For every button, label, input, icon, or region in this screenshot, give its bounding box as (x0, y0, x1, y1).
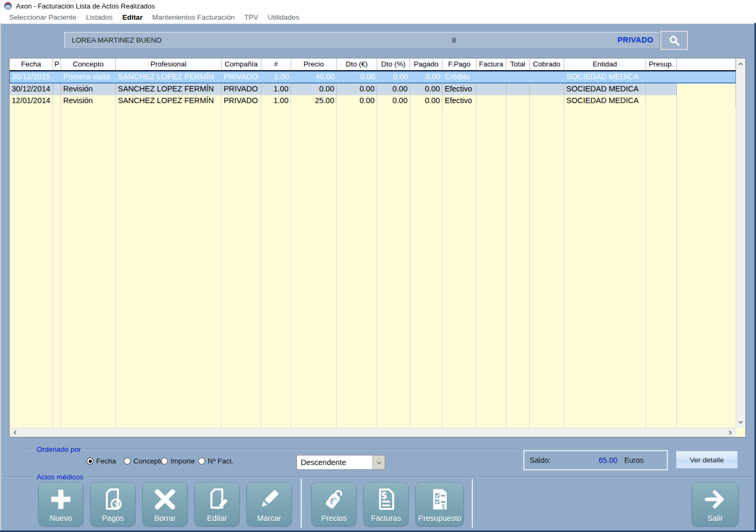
search-icon (667, 33, 681, 47)
sort-option-concepto[interactable]: Concepto (124, 457, 164, 465)
saldo-label: Saldo: (530, 456, 551, 465)
scroll-up-button[interactable] (736, 60, 745, 69)
column-header-total[interactable]: Total (506, 58, 530, 70)
scroll-left-button[interactable] (11, 428, 20, 437)
borrar-button[interactable]: Borrar (142, 483, 188, 526)
ordenado-groupbox-line (27, 449, 518, 450)
patient-field[interactable]: LOREA MARTINEZ BUENO 8 PRIVADO (64, 31, 659, 48)
action-button-label: Precios (321, 514, 346, 522)
column-header-compania[interactable]: Compañía (222, 58, 261, 70)
menu-item-editar[interactable]: Editar (117, 13, 147, 21)
table-cell (477, 71, 506, 83)
column-header-blank[interactable]: # (261, 58, 291, 70)
nuevo-button[interactable]: Nuevo (38, 483, 83, 526)
column-header-factura[interactable]: Factura (477, 58, 506, 70)
arrow-right-icon (692, 485, 738, 513)
budget-checklist-icon: $ (416, 485, 463, 513)
grid-line (410, 106, 410, 428)
scroll-down-button[interactable] (736, 418, 745, 426)
facturas-button[interactable]: $Facturas (363, 483, 409, 526)
table-row[interactable]: 30/12/2015Primera visitaSANCHEZ LOPEZ FE… (10, 71, 736, 83)
sort-option-importe[interactable]: Importe (161, 457, 195, 465)
sort-direction-select[interactable]: Descendente (296, 455, 385, 470)
app-icon (4, 2, 12, 10)
column-header-fecha[interactable]: Fecha (10, 58, 53, 70)
chevron-down-icon[interactable] (372, 455, 385, 469)
column-header-f-pago[interactable]: F.Pago (443, 58, 477, 70)
saldo-box: Saldo: 65.00 Euros (523, 450, 668, 470)
table-cell (530, 95, 564, 107)
svg-text:$: $ (381, 489, 387, 500)
grid-line (676, 106, 677, 428)
table-cell: 12/01/2014 (10, 95, 53, 107)
menu-item-listados[interactable]: Listados (81, 13, 117, 21)
table-cell: PRIVADO (222, 71, 261, 83)
table-cell: 1.00 (261, 95, 291, 107)
svg-text:$: $ (441, 502, 446, 510)
column-header-profesional[interactable]: Profesional (116, 58, 222, 70)
column-header-pagado[interactable]: Pagado (410, 58, 443, 70)
plus-icon (39, 485, 83, 513)
salir-button[interactable]: Salir (692, 483, 738, 526)
pagos-button[interactable]: $Pagos (90, 483, 135, 526)
table-cell: Efectivo (443, 95, 477, 107)
table-header-row: FechaPConceptoProfesionalCompañía#Precio… (10, 58, 736, 71)
table-cell (646, 95, 677, 107)
action-button-label: Salir (707, 514, 723, 522)
grid-line (645, 106, 646, 428)
menu-item-mantenientos-facturacion[interactable]: Mantenientos Facturación (147, 13, 239, 21)
presupuesto-button[interactable]: $Presupuesto (415, 483, 464, 526)
table-cell: SANCHEZ LOPEZ FERMÍN (116, 95, 222, 107)
table-cell: 0.00 (337, 83, 377, 95)
menu-item-seleccionar-paciente[interactable]: Seleccionar Paciente (4, 13, 81, 21)
patient-name: LOREA MARTINEZ BUENO (72, 36, 162, 44)
precios-button[interactable]: €Precios (311, 483, 356, 526)
ver-detalle-button[interactable]: Ver detalle (676, 451, 738, 469)
column-header-dto[interactable]: Dto (€) (337, 58, 377, 70)
search-patient-button[interactable] (660, 31, 688, 50)
menu-item-utilidades[interactable]: Utilidades (263, 13, 304, 21)
sort-option-fecha[interactable]: Fecha (87, 457, 116, 465)
table-row[interactable]: 30/12/2014RevisiónSANCHEZ LOPEZ FERMÍNPR… (10, 83, 736, 95)
column-header-p[interactable]: P (53, 58, 61, 70)
table-cell: 0.00 (410, 95, 443, 107)
menu-item-tpv[interactable]: TPV (240, 13, 263, 21)
table-cell: PRIVADO (222, 83, 261, 95)
action-button-label: Facturas (371, 514, 401, 522)
horizontal-scrollbar[interactable] (10, 428, 736, 437)
table-cell (530, 71, 564, 83)
svg-text:$: $ (114, 499, 118, 508)
column-header-presup[interactable]: Presup. (646, 58, 677, 70)
action-button-label: Pagos (102, 514, 124, 522)
price-tag-euro-icon: € (312, 485, 356, 513)
radio-icon (87, 458, 94, 465)
sort-option-n-fact[interactable]: Nº Fact. (198, 457, 233, 465)
invoice-icon: $ (364, 485, 408, 513)
table-cell (506, 95, 530, 107)
column-header-dto[interactable]: Dto (%) (377, 58, 410, 70)
menu-bar: Seleccionar PacienteListadosEditarManten… (0, 12, 756, 23)
x-icon (143, 485, 187, 513)
table-cell: SOCIEDAD MEDICA (564, 71, 646, 83)
action-button-label: Borrar (154, 514, 175, 522)
scroll-right-button[interactable] (726, 428, 734, 437)
column-header-blank[interactable] (677, 58, 736, 70)
table-cell: 1.00 (261, 83, 291, 95)
table-cell (53, 71, 61, 83)
column-header-concepto[interactable]: Concepto (61, 58, 116, 70)
table-cell (677, 95, 736, 107)
action-button-label: Marcar (257, 514, 281, 522)
table-cell (53, 95, 61, 107)
marcar-button[interactable]: Marcar (247, 483, 292, 526)
column-header-precio[interactable]: Precio (291, 58, 337, 70)
grid-line (53, 106, 53, 428)
column-header-cobrado[interactable]: Cobrado (530, 58, 564, 70)
editar-button[interactable]: Editar (194, 483, 240, 526)
patient-number: 8 (452, 36, 456, 44)
table-cell: Revisión (61, 83, 116, 95)
actos-group-label: Actos médicos (34, 473, 86, 481)
table-row[interactable]: 12/01/2014RevisiónSANCHEZ LOPEZ FERMÍNPR… (10, 95, 736, 107)
column-header-entidad[interactable]: Entidad (564, 58, 646, 70)
vertical-scrollbar[interactable] (736, 58, 745, 428)
pencil-icon (247, 485, 291, 513)
